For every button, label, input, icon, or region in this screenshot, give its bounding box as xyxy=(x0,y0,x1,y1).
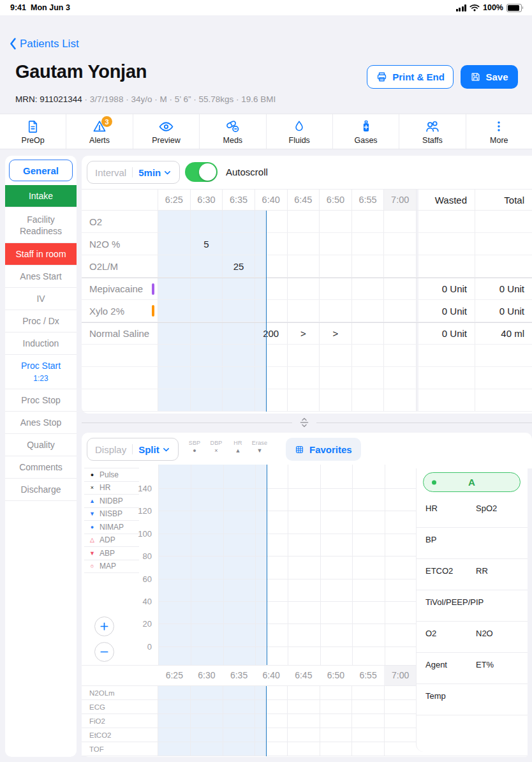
intake-cell[interactable] xyxy=(384,278,417,299)
total-cell[interactable] xyxy=(475,255,532,277)
toolbar-item-staffs[interactable]: Staffs xyxy=(399,114,465,149)
intake-cell[interactable] xyxy=(223,211,255,232)
intake-cell[interactable] xyxy=(352,233,385,255)
intake-cell[interactable] xyxy=(352,345,385,366)
vital-section-empty[interactable] xyxy=(417,715,528,756)
display-mode-dropdown[interactable]: Display Split xyxy=(87,438,179,461)
vital-section-agent[interactable]: AgentET% xyxy=(417,652,528,684)
sidebar-item-proc-dx[interactable]: Proc / Dx xyxy=(5,310,77,332)
intake-cell[interactable] xyxy=(158,233,191,255)
intake-cell[interactable] xyxy=(384,345,417,366)
vital-section-tivol-peep-pip[interactable]: TiVol/PEEP/PIP xyxy=(417,590,528,621)
intake-cell[interactable] xyxy=(191,345,223,366)
wasted-cell[interactable]: 0 Unit xyxy=(418,323,475,344)
sidebar-item-anes-start[interactable]: Anes Start xyxy=(5,265,77,288)
intake-cell[interactable] xyxy=(158,323,191,344)
total-cell[interactable] xyxy=(475,233,532,255)
print-and-end-button[interactable]: Print & End xyxy=(367,65,454,89)
intake-cell[interactable] xyxy=(255,233,288,255)
intake-cell[interactable] xyxy=(223,323,255,344)
wasted-cell[interactable] xyxy=(418,255,475,277)
intake-cell[interactable] xyxy=(223,233,255,255)
total-cell[interactable]: 40 ml xyxy=(475,323,532,344)
intake-cell[interactable] xyxy=(320,233,352,255)
intake-cell[interactable] xyxy=(352,300,385,322)
intake-cell[interactable] xyxy=(158,345,191,366)
interval-dropdown[interactable]: Interval 5min xyxy=(87,161,180,184)
wasted-cell[interactable]: 0 Unit xyxy=(418,278,475,299)
intake-cell[interactable] xyxy=(320,345,352,366)
intake-cell[interactable] xyxy=(255,345,288,366)
vital-section-hr[interactable]: HRSpO2 xyxy=(417,497,528,527)
sidebar-item-staff-in-room[interactable]: Staff in room xyxy=(5,243,77,265)
intake-cell[interactable] xyxy=(191,278,223,299)
intake-cell[interactable] xyxy=(158,367,191,389)
intake-cell[interactable] xyxy=(352,367,385,389)
legend-item-pulse[interactable]: ●Pulse xyxy=(84,468,139,482)
vitals-plot-area[interactable] xyxy=(158,465,417,665)
intake-cell[interactable] xyxy=(288,211,320,232)
toolbar-item-alerts[interactable]: 3Alerts xyxy=(66,114,132,149)
zoom-out-button[interactable] xyxy=(94,642,114,662)
intake-cell[interactable] xyxy=(223,300,255,322)
intake-cell[interactable] xyxy=(223,389,255,411)
intake-cell[interactable] xyxy=(320,300,352,322)
intake-cell[interactable] xyxy=(320,278,352,299)
sidebar-item-facility-readiness[interactable]: Facility Readiness xyxy=(5,207,77,243)
intake-cell[interactable] xyxy=(288,233,320,255)
wasted-cell[interactable] xyxy=(418,211,475,232)
zoom-in-button[interactable] xyxy=(94,616,114,636)
vital-section-temp[interactable]: Temp xyxy=(417,684,528,715)
sidebar-item-iv[interactable]: IV xyxy=(5,288,77,310)
intake-cell[interactable] xyxy=(320,255,352,277)
toolbar-item-preop[interactable]: PreOp xyxy=(0,114,66,149)
vital-section-o2[interactable]: O2N2O xyxy=(417,621,528,652)
sidebar-item-induction[interactable]: Induction xyxy=(5,332,77,355)
intake-cell[interactable] xyxy=(255,211,288,232)
intake-cell[interactable] xyxy=(158,255,191,277)
intake-cell[interactable] xyxy=(352,323,385,344)
intake-cell[interactable] xyxy=(320,211,352,232)
total-cell[interactable] xyxy=(475,367,532,389)
intake-cell[interactable] xyxy=(352,255,385,277)
intake-cell[interactable] xyxy=(384,323,417,344)
save-button[interactable]: Save xyxy=(461,65,518,89)
intake-cell[interactable] xyxy=(320,389,352,411)
sidebar-item-anes-stop[interactable]: Anes Stop xyxy=(5,412,77,434)
intake-cell[interactable] xyxy=(191,211,223,232)
intake-cell[interactable] xyxy=(223,278,255,299)
intake-cell[interactable] xyxy=(191,367,223,389)
vital-section-bp[interactable]: BP xyxy=(417,527,528,558)
sidebar-item-comments[interactable]: Comments xyxy=(5,456,77,479)
back-to-patients-list[interactable]: Patients List xyxy=(9,37,79,50)
intake-cell[interactable] xyxy=(384,389,417,411)
wasted-cell[interactable] xyxy=(418,389,475,411)
intake-cell[interactable] xyxy=(158,278,191,299)
total-cell[interactable] xyxy=(475,389,532,411)
intake-cell[interactable] xyxy=(191,389,223,411)
wasted-cell[interactable] xyxy=(418,367,475,389)
sidebar-item-intake[interactable]: Intake xyxy=(5,185,77,207)
intake-cell[interactable] xyxy=(158,389,191,411)
intake-cell[interactable] xyxy=(288,389,320,411)
intake-cell[interactable] xyxy=(288,345,320,366)
total-cell[interactable]: 0 Unit xyxy=(475,300,532,322)
intake-cell[interactable] xyxy=(288,367,320,389)
intake-cell[interactable] xyxy=(158,300,191,322)
toolbar-item-fluids[interactable]: Fluids xyxy=(266,114,332,149)
sidebar-item-quality[interactable]: Quality xyxy=(5,434,77,456)
wasted-cell[interactable] xyxy=(418,345,475,366)
vital-section-etco2[interactable]: ETCO2RR xyxy=(417,558,528,590)
intake-cell[interactable]: 5 xyxy=(191,233,223,255)
plot-tool-dbp[interactable]: DBP× xyxy=(205,440,227,454)
sidebar-item-general[interactable]: General xyxy=(9,160,73,181)
intake-cell[interactable] xyxy=(288,300,320,322)
intake-cell[interactable] xyxy=(255,255,288,277)
intake-cell[interactable] xyxy=(384,367,417,389)
snapshot-a-button[interactable]: A xyxy=(423,472,521,492)
intake-cell[interactable]: 25 xyxy=(223,255,255,277)
intake-cell[interactable] xyxy=(191,255,223,277)
intake-cell[interactable]: > xyxy=(288,323,320,344)
toolbar-item-gases[interactable]: Gases xyxy=(332,114,399,149)
autoscroll-toggle[interactable] xyxy=(185,162,218,182)
